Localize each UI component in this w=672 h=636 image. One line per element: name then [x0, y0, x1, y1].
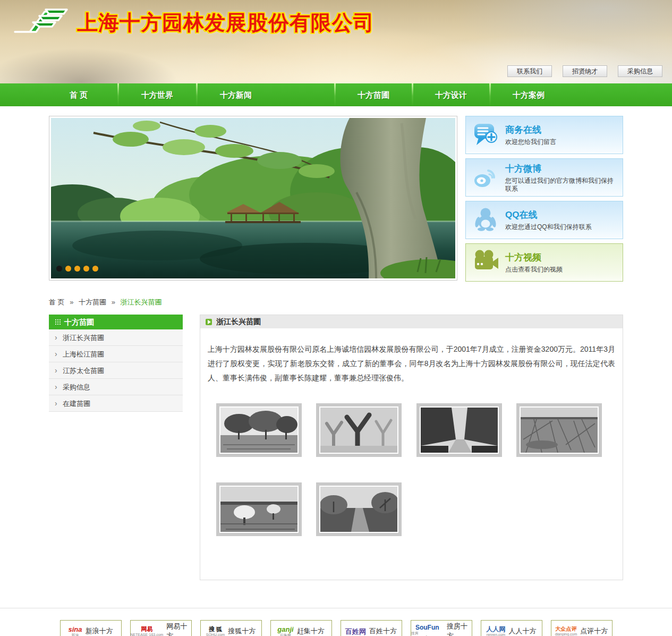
breadcrumb-home[interactable]: 首 页 — [49, 298, 65, 306]
partner-baixing[interactable]: 百姓网 百姓十方 — [341, 620, 402, 636]
widget-desc: 您可以通过我们的官方微博和我们保持联系 — [505, 177, 623, 193]
recruit-button[interactable]: 招贤纳才 — [563, 65, 607, 77]
dianping-logo: 大众点评 dianping.com — [555, 626, 577, 636]
widget-desc: 点击查看我们的视频 — [505, 266, 567, 274]
partner-label: 人人十方 — [509, 626, 537, 636]
widget-qq-online[interactable]: QQ在线 欢迎您通过QQ和我们保持联系 — [465, 201, 623, 239]
nav-item-nursery[interactable]: 十方苗圃 — [335, 83, 412, 106]
widget-desc: 欢迎您给我们留言 — [505, 138, 560, 146]
partner-label: 新浪十方 — [86, 626, 113, 636]
widget-title: QQ在线 — [505, 209, 596, 221]
nursery-photo-3[interactable] — [416, 403, 502, 457]
comment-plus-icon — [473, 121, 498, 149]
sidebar-header: 十方苗圃 — [49, 315, 183, 329]
sidebar-item-changxing[interactable]: ›浙江长兴苗圃 — [49, 329, 183, 346]
photo-gallery — [216, 403, 615, 562]
header-banner: 上海十方园林发展股份有限公司 联系我们 招贤纳才 采购信息 — [0, 0, 672, 83]
breadcrumb-separator: » — [70, 298, 73, 306]
slider-dot[interactable] — [56, 266, 62, 272]
nav-item-design[interactable]: 十方设计 — [412, 83, 490, 106]
breadcrumb-nursery[interactable]: 十方苗圃 — [79, 298, 106, 306]
widget-video[interactable]: 十方视频 点击查看我们的视频 — [465, 243, 623, 282]
arrow-icon: › — [55, 395, 57, 412]
sidebar-item-under-construction[interactable]: ›在建苗圃 — [49, 395, 183, 412]
partner-sohu[interactable]: 搜 狐 SOHU.com 搜狐十方 — [200, 620, 262, 636]
intro-paragraph: 上海十方园林发展股份有限公司原名上海诚培信园林发展股份有限公司，于2001年7月… — [208, 342, 615, 385]
nursery-photo-1[interactable] — [216, 403, 302, 457]
slider-dot[interactable] — [74, 266, 80, 272]
widget-business-online[interactable]: 商务在线 欢迎您给我们留言 — [465, 116, 623, 154]
breadcrumb-current: 浙江长兴苗圃 — [121, 298, 162, 306]
sina-logo: sina 新浪 — [68, 626, 82, 636]
contact-us-button[interactable]: 联系我们 — [507, 65, 552, 77]
soufun-logo: SouFun 搜房 www.soufun.com — [411, 624, 444, 636]
breadcrumb-separator: » — [112, 298, 115, 306]
slider-pagination — [56, 266, 98, 272]
sidebar-item-procurement[interactable]: ›采购信息 — [49, 379, 183, 395]
header-buttons: 联系我们 招贤纳才 采购信息 — [507, 65, 662, 77]
sidebar-item-label: 采购信息 — [63, 383, 90, 391]
nav-item-world[interactable]: 十方世界 — [118, 83, 197, 106]
arrow-icon: › — [55, 362, 57, 379]
baixing-logo: 百姓网 — [345, 628, 366, 635]
partner-soufun[interactable]: SouFun 搜房 www.soufun.com 搜房十方 — [411, 620, 472, 636]
nav-link-news[interactable]: 十方新闻 — [220, 90, 252, 99]
partner-dianping[interactable]: 大众点评 dianping.com 点评十方 — [551, 620, 613, 636]
partner-label: 搜房十方 — [447, 622, 471, 636]
arrow-icon: › — [55, 379, 57, 395]
sidebar-item-label: 在建苗圃 — [63, 400, 90, 408]
nursery-photo-2[interactable] — [316, 403, 402, 457]
sidebar-item-label: 浙江长兴苗圃 — [63, 334, 104, 342]
partner-ganji[interactable]: ganji 赶集网 赶集十方 — [270, 620, 332, 636]
sidebar-item-taicang[interactable]: ›江苏太仓苗圃 — [49, 362, 183, 379]
sidebar-item-label: 江苏太仓苗圃 — [63, 367, 104, 375]
hero-slider[interactable] — [49, 116, 457, 281]
widget-desc: 欢迎您通过QQ和我们保持联系 — [505, 223, 596, 231]
qq-penguin-icon — [473, 206, 498, 234]
nav-item-home[interactable]: 首 页 — [39, 83, 118, 106]
nav-link-world[interactable]: 十方世界 — [141, 90, 173, 99]
lake-park-photo — [51, 118, 455, 278]
sidebar-menu: 十方苗圃 ›浙江长兴苗圃 ›上海松江苗圃 ›江苏太仓苗圃 ›采购信息 ›在建苗圃 — [49, 315, 183, 412]
page-title: 浙江长兴苗圃 — [216, 317, 261, 327]
partner-label: 赶集十方 — [297, 626, 325, 636]
widget-weibo[interactable]: 十方微博 您可以通过我们的官方微博和我们保持联系 — [465, 158, 623, 197]
partner-label: 网易十方 — [166, 622, 191, 636]
nursery-photo-5[interactable] — [216, 482, 302, 536]
partner-renren[interactable]: 人人网 renren.com 人人十方 — [481, 620, 542, 636]
breadcrumb: 首 页 » 十方苗圃 » 浙江长兴苗圃 — [49, 298, 623, 307]
arrow-icon: › — [55, 346, 57, 362]
slider-dot[interactable] — [92, 266, 98, 272]
partner-label: 点评十方 — [580, 626, 608, 636]
widget-title: 十方视频 — [505, 251, 567, 264]
nav-link-design[interactable]: 十方设计 — [435, 90, 467, 99]
nursery-photo-6[interactable] — [316, 482, 402, 536]
partner-sina[interactable]: sina 新浪 新浪十方 — [60, 620, 122, 636]
netease-logo: 网易 NETEASE·163.com — [131, 626, 164, 636]
video-camera-icon — [473, 249, 498, 276]
procurement-info-button[interactable]: 采购信息 — [618, 65, 662, 77]
nav-link-cases[interactable]: 十方案例 — [513, 90, 545, 99]
nav-link-nursery[interactable]: 十方苗圃 — [358, 90, 389, 99]
slider-dot[interactable] — [83, 266, 89, 272]
slider-dot[interactable] — [65, 266, 71, 272]
nav-link-home[interactable]: 首 页 — [70, 90, 88, 99]
nav-item-cases[interactable]: 十方案例 — [490, 83, 567, 106]
main-nav: 首 页 十方世界 十方新闻 十方苗圃 十方设计 十方案例 — [0, 83, 672, 106]
widget-title: 十方微博 — [505, 163, 623, 175]
partner-netease[interactable]: 网易 NETEASE·163.com 网易十方 — [130, 620, 192, 636]
nursery-photo-4[interactable] — [516, 403, 602, 457]
page: 上海十方园林发展股份有限公司 联系我们 招贤纳才 采购信息 首 页 十方世界 十… — [0, 0, 672, 636]
green-chevron-icon — [206, 319, 212, 325]
renren-logo: 人人网 renren.com — [487, 626, 506, 636]
ganji-logo: ganji 赶集网 — [277, 626, 293, 636]
nav-item-news[interactable]: 十方新闻 — [197, 83, 275, 106]
sidebar-item-songjiang[interactable]: ›上海松江苗圃 — [49, 346, 183, 362]
arrow-icon: › — [55, 329, 57, 346]
partner-links: sina 新浪 新浪十方 网易 NETEASE·163.com 网易十方 搜 狐… — [0, 608, 672, 636]
company-logo-icon[interactable] — [12, 4, 71, 37]
sidebar-item-label: 上海松江苗圃 — [63, 350, 104, 358]
widget-title: 商务在线 — [505, 124, 560, 136]
sidebar-widgets: 商务在线 欢迎您给我们留言 — [465, 116, 623, 286]
sidebar-title: 十方苗圃 — [64, 315, 94, 329]
